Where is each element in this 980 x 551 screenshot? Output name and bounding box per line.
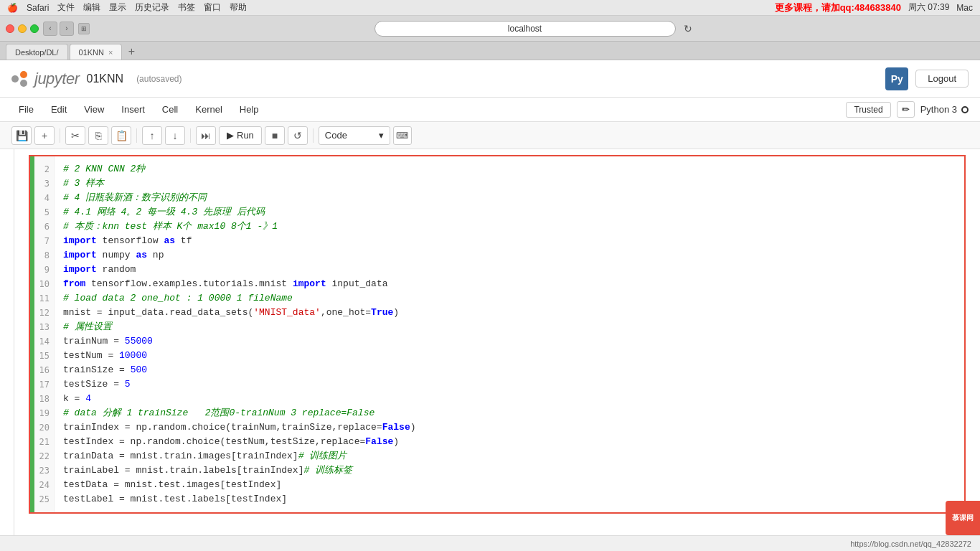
mac-status-bar: 更多课程，请加qq:484683840 周六 07:39 Mac <box>775 1 973 14</box>
line-num-3: 3 <box>37 176 50 191</box>
menu-edit[interactable]: Edit <box>44 101 74 118</box>
minimize-button[interactable] <box>18 24 27 33</box>
line-num-19: 19 <box>37 406 50 420</box>
line-num-5: 5 <box>37 205 50 220</box>
add-cell-button[interactable]: + <box>34 126 55 145</box>
fullscreen-button[interactable] <box>30 24 39 33</box>
toolbar-separator-3 <box>190 128 191 143</box>
save-button[interactable]: 💾 <box>11 126 32 145</box>
line-num-20: 20 <box>37 420 50 435</box>
toolbar-separator-1 <box>60 128 60 143</box>
keyboard-shortcuts-button[interactable]: ⌨ <box>393 126 412 145</box>
code-line-6: # 本质：knn test 样本 K个 max10 8个1 -》1 <box>63 220 956 234</box>
line-num-11: 11 <box>37 291 50 306</box>
line-num-25: 25 <box>37 492 50 507</box>
line-num-4: 4 <box>37 191 50 205</box>
kernel-status-circle <box>961 106 969 113</box>
trusted-area: Trusted ✏ Python 3 <box>846 101 969 118</box>
jupyter-brand-text: jupyter <box>34 70 80 88</box>
datetime: 周六 07:39 <box>908 1 949 14</box>
move-down-button[interactable]: ↓ <box>165 126 185 145</box>
copy-button[interactable]: ⎘ <box>88 126 108 145</box>
move-up-button[interactable]: ↑ <box>142 126 162 145</box>
restart-button[interactable]: ↺ <box>288 126 308 145</box>
code-line-5: # 4.1 网络 4。2 每一级 4.3 先原理 后代码 <box>63 205 956 220</box>
apple-menu[interactable]: 🍎 <box>7 3 18 13</box>
line-num-15: 15 <box>37 349 50 363</box>
code-cell[interactable]: 2 3 4 5 6 7 8 9 10 11 12 13 14 15 16 17 … <box>29 155 966 514</box>
trusted-badge: Trusted <box>846 102 890 118</box>
jupyter-circle-2 <box>20 71 27 78</box>
new-tab-button[interactable]: + <box>123 44 139 60</box>
code-line-11: # load data 2 one_hot : 1 0000 1 fileNam… <box>63 291 956 306</box>
code-line-19: # data 分解 1 trainSize 2范围0-trainNum 3 re… <box>63 406 956 420</box>
code-line-4: # 4 旧瓶装新酒：数字识别的不同 <box>63 191 956 205</box>
address-bar-container: localhost ↻ <box>94 21 974 37</box>
mac-label: Mac <box>956 3 973 13</box>
code-line-3: # 3 样本 <box>63 176 956 191</box>
tab-01knn[interactable]: 01KNN × <box>70 44 123 60</box>
forward-button[interactable]: › <box>60 22 74 36</box>
menu-cell[interactable]: Cell <box>155 101 185 118</box>
code-line-25: testLabel = mnist.test.labels[testIndex] <box>63 492 956 507</box>
edit-icon-button[interactable]: ✏ <box>897 101 915 118</box>
kernel-indicator: Python 3 <box>920 104 969 115</box>
tab-close-icon[interactable]: × <box>108 48 113 57</box>
view-menu[interactable]: 显示 <box>109 1 126 14</box>
line-num-2: 2 <box>37 162 50 176</box>
interrupt-button[interactable]: ■ <box>265 126 285 145</box>
jupyter-circle-3 <box>20 80 27 87</box>
bottom-status-bar: https://blog.csdn.net/qq_42832272 <box>0 535 980 551</box>
logout-button[interactable]: Logout <box>915 70 969 88</box>
line-num-13: 13 <box>37 320 50 334</box>
code-editor[interactable]: # 2 KNN CNN 2种 # 3 样本 # 4 旧瓶装新酒：数字识别的不同 … <box>55 156 964 512</box>
code-line-23: trainLabel = mnist.train.labels[trainInd… <box>63 463 956 478</box>
line-num-21: 21 <box>37 435 50 449</box>
browser-toolbar: ‹ › ⊞ localhost ↻ <box>0 16 980 42</box>
code-line-13: # 属性设置 <box>63 320 956 334</box>
notebook-toolbar: 💾 + ✂ ⎘ 📋 ↑ ↓ ⏭ ▶ Run ■ ↺ Code ▾ ⌨ <box>0 122 980 149</box>
jupyter-header: jupyter 01KNN (autosaved) Py Logout <box>0 60 980 98</box>
reload-button[interactable]: ↻ <box>682 22 694 35</box>
file-menu[interactable]: 文件 <box>57 1 75 14</box>
back-button[interactable]: ‹ <box>43 22 57 36</box>
address-bar[interactable]: localhost <box>374 21 676 37</box>
tab-label-dl: Desktop/DL/ <box>15 48 59 57</box>
menu-file[interactable]: File <box>11 101 41 118</box>
safari-menu[interactable]: Safari <box>27 3 49 13</box>
edit-menu[interactable]: 编辑 <box>83 1 100 14</box>
code-line-17: testSize = 5 <box>63 377 956 392</box>
history-menu[interactable]: 历史记录 <box>135 1 169 14</box>
code-line-15: testNum = 10000 <box>63 349 956 363</box>
help-menu[interactable]: 帮助 <box>230 1 247 14</box>
line-num-9: 9 <box>37 263 50 277</box>
menu-help[interactable]: Help <box>232 101 266 118</box>
kernel-name: Python 3 <box>920 104 957 115</box>
line-num-22: 22 <box>37 449 50 463</box>
code-line-18: k = 4 <box>63 392 956 406</box>
line-num-10: 10 <box>37 277 50 291</box>
csdn-url: https://blog.csdn.net/qq_42832272 <box>850 540 971 548</box>
mac-os-bar: 🍎 Safari 文件 编辑 显示 历史记录 书签 窗口 帮助 更多课程，请加q… <box>0 0 980 16</box>
paste-button[interactable]: 📋 <box>111 126 131 145</box>
step-forward-button[interactable]: ⏭ <box>196 126 216 145</box>
cut-button[interactable]: ✂ <box>65 126 85 145</box>
run-button[interactable]: ▶ Run <box>219 126 262 145</box>
line-num-23: 23 <box>37 463 50 478</box>
line-num-12: 12 <box>37 306 50 320</box>
promo-text: 更多课程，请加qq:484683840 <box>775 1 901 14</box>
tab-desktop-dl[interactable]: Desktop/DL/ <box>6 44 68 60</box>
close-button[interactable] <box>6 24 14 33</box>
notebook-title[interactable]: 01KNN <box>87 72 124 85</box>
bookmarks-menu[interactable]: 书签 <box>178 1 195 14</box>
window-control[interactable]: ⊞ <box>78 23 90 34</box>
line-num-16: 16 <box>37 363 50 377</box>
menu-insert[interactable]: Insert <box>114 101 152 118</box>
menu-view[interactable]: View <box>77 101 111 118</box>
jupyter-header-right: Py Logout <box>885 67 969 90</box>
code-line-10: from tensorflow.examples.tutorials.mnist… <box>63 277 956 291</box>
menu-kernel[interactable]: Kernel <box>188 101 230 118</box>
cell-type-dropdown[interactable]: Code ▾ <box>319 126 390 145</box>
window-menu[interactable]: 窗口 <box>204 1 221 14</box>
line-num-8: 8 <box>37 248 50 263</box>
